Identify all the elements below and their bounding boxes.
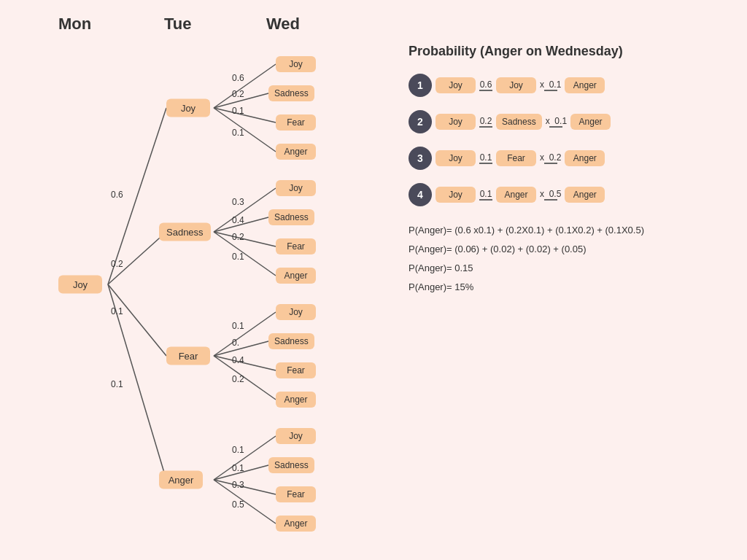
tue-joy-node: Joy [166, 99, 210, 117]
path-prob2-group-1: x 0.1 [540, 79, 561, 91]
path-prob1-group-4: 0.1 [479, 189, 492, 201]
col-tue-header: Tue [164, 15, 191, 34]
col-wed-header: Wed [266, 15, 300, 34]
p-tue-fear-wed-fear: 0.4 [232, 355, 244, 365]
path-line1-3 [479, 163, 492, 164]
path-row-2: 2 Joy 0.2 Sadness x 0.1 Anger [409, 110, 737, 133]
path-node1-1: Joy [436, 77, 476, 93]
path-prob2-group-4: x 0.5 [540, 189, 561, 201]
p-tue-anger-wed-fear: 0.3 [232, 480, 244, 490]
formula4: P(Anger)= 15% [409, 278, 737, 297]
wed-fear-3-node: Fear [276, 362, 316, 378]
prob-mon-joy: 0.6 [111, 190, 123, 200]
svg-line-11 [214, 232, 276, 276]
path-prob2-label-1: x 0.1 [540, 79, 561, 90]
p-tue-joy-wed-anger: 0.1 [232, 128, 244, 138]
p-tue-sad-wed-fear: 0.2 [232, 232, 244, 242]
path-prob2-label-2: x 0.1 [546, 116, 567, 126]
tue-anger-node: Anger [159, 471, 203, 489]
path-prob1-label-3: 0.1 [480, 152, 492, 163]
path-line1-4 [479, 199, 492, 201]
path-num-3: 3 [409, 147, 432, 170]
svg-line-7 [214, 108, 276, 152]
formula2: P(Anger)= (0.06) + (0.02) + (0.02) + (0.… [409, 240, 737, 259]
wed-sadness-2-node: Sadness [268, 209, 314, 225]
wed-fear-1-node: Fear [276, 114, 316, 131]
wed-anger-1-node: Anger [276, 144, 316, 160]
tue-fear-node: Fear [166, 347, 210, 365]
wed-fear-4-node: Fear [276, 486, 316, 502]
path-row-3: 3 Joy 0.1 Fear x 0.2 Anger [409, 147, 737, 170]
path-node2-3: Fear [496, 150, 536, 166]
wed-joy-1-node: Joy [276, 56, 316, 72]
path-line2-4 [544, 199, 557, 201]
wed-joy-4-node: Joy [276, 428, 316, 444]
col-mon-header: Mon [58, 15, 91, 34]
svg-line-13 [214, 341, 268, 356]
svg-line-2 [108, 284, 166, 356]
p-tue-joy-wed-sad: 0.2 [232, 89, 244, 99]
path-prob2-group-2: x 0.1 [546, 116, 567, 128]
right-panel: Probability (Anger on Wednesday) 1 Joy 0… [409, 44, 737, 297]
formula3: P(Anger)= 0.15 [409, 259, 737, 278]
path-node3-4: Anger [565, 187, 605, 203]
path-prob1-label-1: 0.6 [480, 79, 492, 90]
path-node2-4: Anger [496, 187, 536, 203]
svg-line-1 [108, 232, 166, 284]
wed-sadness-4-node: Sadness [268, 457, 314, 473]
p-tue-fear-wed-sad: 0. [232, 338, 239, 348]
p-tue-fear-wed-anger: 0.2 [232, 374, 244, 384]
p-tue-anger-wed-anger: 0.5 [232, 499, 244, 510]
svg-line-18 [214, 480, 276, 494]
prob-mon-anger: 0.1 [111, 379, 123, 389]
svg-line-15 [214, 356, 276, 400]
path-num-4: 4 [409, 183, 432, 206]
path-prob1-group-2: 0.2 [479, 116, 492, 128]
mon-joy-node: Joy [58, 276, 102, 294]
path-prob1-label-2: 0.2 [480, 116, 492, 126]
prob-mon-fear: 0.1 [111, 306, 123, 316]
p-tue-sad-wed-anger: 0.1 [232, 252, 244, 262]
path-row-1: 1 Joy 0.6 Joy x 0.1 Anger [409, 74, 737, 97]
path-node1-4: Joy [436, 187, 476, 203]
wed-anger-2-node: Anger [276, 268, 316, 284]
p-tue-joy-wed-fear: 0.1 [232, 106, 244, 116]
path-prob1-group-3: 0.1 [479, 152, 492, 164]
path-prob1-label-4: 0.1 [480, 189, 492, 199]
path-num-2: 2 [409, 110, 432, 133]
svg-line-6 [214, 108, 276, 122]
p-tue-sad-wed-joy: 0.3 [232, 197, 244, 207]
path-prob1-group-1: 0.6 [479, 79, 492, 91]
path-line1-2 [479, 126, 492, 128]
path-prob2-label-4: x 0.5 [540, 189, 561, 199]
path-node3-1: Anger [565, 77, 605, 93]
wed-anger-4-node: Anger [276, 516, 316, 532]
path-node1-3: Joy [436, 150, 476, 166]
svg-line-14 [214, 356, 276, 370]
panel-title: Probability (Anger on Wednesday) [409, 44, 737, 59]
path-node1-2: Joy [436, 114, 476, 130]
tue-sadness-node: Sadness [159, 223, 211, 241]
path-line1-1 [479, 90, 492, 91]
wed-sadness-1-node: Sadness [268, 85, 314, 101]
svg-line-16 [214, 436, 276, 480]
svg-line-8 [214, 188, 276, 232]
path-line2-1 [544, 90, 557, 91]
prob-mon-sadness: 0.2 [111, 259, 123, 269]
path-line2-3 [544, 163, 557, 164]
path-node3-2: Anger [570, 114, 611, 130]
path-num-1: 1 [409, 74, 432, 97]
path-rows-container: 1 Joy 0.6 Joy x 0.1 Anger 2 Joy 0.2 Sadn… [409, 74, 737, 206]
path-node2-2: Sadness [496, 114, 542, 130]
p-tue-anger-wed-sad: 0.1 [232, 463, 244, 473]
p-tue-fear-wed-joy: 0.1 [232, 321, 244, 331]
path-node2-1: Joy [496, 77, 536, 93]
svg-line-19 [214, 480, 276, 524]
svg-line-10 [214, 232, 276, 246]
wed-joy-3-node: Joy [276, 304, 316, 320]
wed-joy-2-node: Joy [276, 180, 316, 196]
wed-anger-3-node: Anger [276, 392, 316, 408]
p-tue-joy-wed-joy: 0.6 [232, 73, 244, 83]
path-prob2-group-3: x 0.2 [540, 152, 561, 164]
p-tue-anger-wed-joy: 0.1 [232, 445, 244, 455]
